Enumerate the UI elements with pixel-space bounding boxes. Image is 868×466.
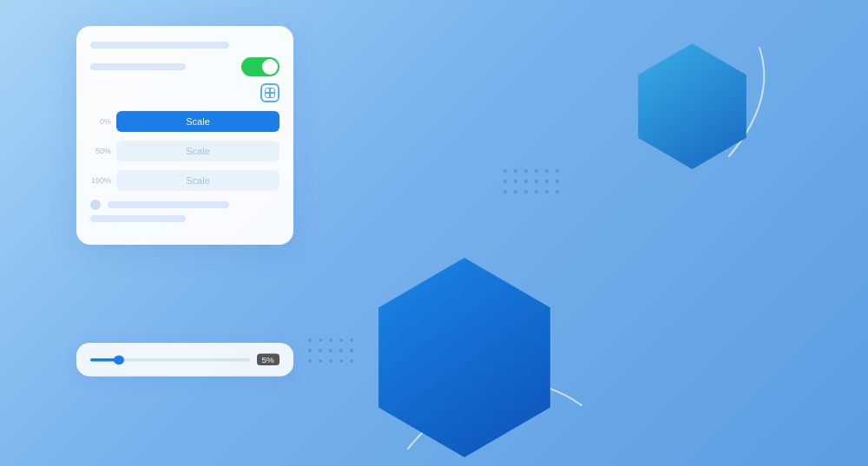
bottom-label-line [90, 215, 186, 222]
toggle-switch[interactable] [241, 57, 279, 76]
card-top-labels [90, 42, 279, 49]
scale-row-50: 50% Scale [90, 141, 279, 161]
label-line-1 [90, 42, 229, 49]
dot-grid-top-right [503, 169, 559, 194]
slider-row: 5% [90, 354, 279, 366]
scale-btn-50[interactable]: Scale [116, 141, 279, 161]
scale-label-50: 50% [90, 147, 111, 155]
add-icon[interactable] [260, 83, 279, 102]
toggle-row [90, 57, 279, 76]
toggle-label [90, 63, 186, 70]
circle-row [90, 200, 279, 210]
scale-row-100: 100% Scale [90, 170, 279, 191]
toggle-knob [262, 59, 278, 75]
dot-grid-bottom-left [308, 338, 353, 363]
plus-icon [265, 88, 275, 98]
slider-value: 5% [257, 354, 279, 366]
circle-label-line [108, 201, 229, 208]
scale-label-100: 100% [90, 176, 111, 185]
slider-track[interactable] [90, 358, 250, 362]
main-card: 0% Scale 50% Scale 100% Scale [76, 26, 293, 245]
scale-btn-0[interactable]: Scale [116, 111, 279, 132]
scale-label-0: 0% [90, 117, 111, 126]
add-icon-row [90, 83, 279, 102]
slider-thumb [114, 355, 124, 364]
circle-icon [90, 200, 101, 210]
reflection-card: 5% [76, 343, 293, 377]
scale-row-0: 0% Scale [90, 111, 279, 132]
scale-btn-100[interactable]: Scale [116, 170, 279, 191]
